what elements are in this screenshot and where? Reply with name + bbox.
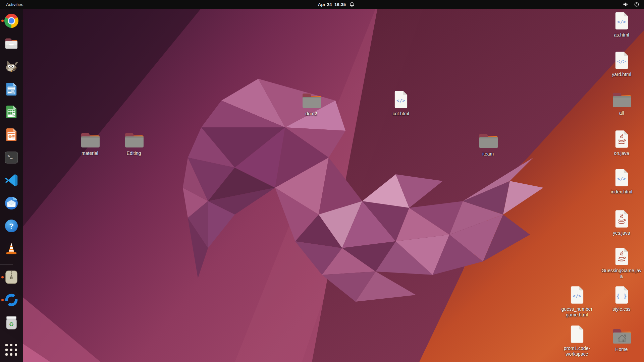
desktop-icon-label: GuessingGame.java [601,268,642,279]
dock-item-writer[interactable] [0,82,23,97]
dock-item-archive[interactable] [0,270,23,285]
html-file-icon: </> [614,169,629,187]
dock-separator [0,264,13,264]
desktop-icon-label: Editing [127,150,141,156]
activities-button[interactable]: Activities [0,0,29,9]
gimp-icon [4,60,19,73]
svg-text:{ }: { } [616,293,627,300]
trash-icon: ♻ [5,316,18,330]
wallpaper [0,0,644,362]
libreoffice-writer-icon [5,82,18,96]
desktop-icon-label: iteam [482,151,494,157]
desktop-icon-label: material [82,150,98,156]
desktop-icon-label: on.java [614,150,629,156]
desktop-icon-label: dom2 [305,111,317,117]
svg-text:</>: </> [617,59,626,64]
dock-item-files[interactable] [0,36,23,51]
folder-icon [612,92,631,108]
desktop: dom2 </> cot.html material Editing [0,0,644,362]
desktop-icon-style-css[interactable]: { } style.css [599,286,644,312]
java-file-icon [614,130,629,148]
svg-text:</>: </> [617,19,626,24]
desktop-icon-label: index.html [611,189,632,195]
folder-icon [479,133,498,149]
libreoffice-impress-icon [5,128,18,142]
svg-text:</>: </> [617,176,626,181]
files-icon [4,37,18,50]
desktop-icon-label: yes.java [613,230,630,236]
desktop-icon-cot-html[interactable]: </> cot.html [379,90,423,117]
folder-icon [124,132,144,148]
help-icon: ? [4,219,18,233]
desktop-icon-label: style.css [612,306,631,312]
volume-icon [623,2,629,7]
svg-text:♻: ♻ [9,321,14,327]
dock-item-calc[interactable] [0,105,23,119]
desktop-icon-as-html[interactable]: </> as.html [599,12,644,38]
svg-text:>_: >_ [8,154,13,159]
svg-text:</>: </> [396,98,405,103]
notification-bell-icon [349,2,354,7]
desktop-icon-guess-number-game-html[interactable]: </> guess_number game.html [555,286,599,317]
vlc-icon [4,242,18,255]
terminal-icon: >_ [4,151,18,164]
desktop-icon-editing[interactable]: Editing [112,130,156,156]
dock-item-updater[interactable] [0,293,23,307]
show-applications-button[interactable] [4,343,19,357]
desktop-icon-label: guess_number game.html [557,306,597,317]
dock-item-thunderbird[interactable] [0,196,23,210]
desktop-icon-label: yard.html [612,72,631,77]
desktop-icon-material[interactable]: material [68,130,112,156]
desktop-icon-index-html[interactable]: </> index.html [599,169,644,195]
power-icon [634,2,639,7]
dock-item-vscode[interactable] [0,173,23,188]
libreoffice-calc-icon [5,105,18,119]
desktop-icon-iteam[interactable]: iteam [466,131,510,157]
archive-manager-icon [5,270,18,284]
html-file-icon: </> [393,90,408,109]
dock-item-chrome[interactable] [0,13,23,28]
desktop-icon-on-java[interactable]: on.java [599,130,644,156]
desktop-icon-yes-java[interactable]: yes.java [599,210,644,236]
thunderbird-icon [4,196,18,210]
desktop-icon-guessinggame-java[interactable]: GuessingGame.java [599,247,644,279]
desktop-icon-home[interactable]: Home [599,326,644,352]
dock-item-trash[interactable]: ♻ [0,315,23,330]
desktop-icon-label: cot.html [392,111,409,117]
folder-icon [80,132,100,148]
desktop-icon-dom2[interactable]: dom2 [289,90,333,117]
folder-icon [302,93,321,109]
system-menu[interactable] [623,0,644,9]
dock-item-impress[interactable] [0,127,23,142]
html-file-icon: </> [570,286,584,304]
clock-button[interactable]: Apr 24 16:35 [315,0,358,9]
desktop-icon-prom1-code-workspace[interactable]: prom1.code-workspace [555,325,599,357]
css-file-icon: { } [614,286,629,304]
file-icon [570,325,584,343]
dock-items: >_ ? ♻ [0,13,23,338]
desktop-icon-all[interactable]: all [599,90,644,116]
html-file-icon: </> [614,51,629,69]
dock: >_ ? ♻ [0,9,23,362]
vscode-icon [4,173,18,187]
dock-item-help[interactable]: ? [0,219,23,233]
desktop-icon-label: Home [615,347,628,352]
desktop-icon-label: all [619,110,624,116]
dock-item-gimp[interactable] [0,59,23,74]
svg-text:</>: </> [573,293,581,299]
html-file-icon: </> [614,12,629,30]
top-bar: Activities Apr 24 16:35 [0,0,644,9]
chrome-icon [4,14,18,28]
desktop-icon-label: prom1.code-workspace [557,346,597,357]
home-folder-icon [612,328,631,344]
dock-item-vlc[interactable] [0,241,23,256]
clock-label: Apr 24 16:35 [318,2,346,7]
software-updater-icon [4,293,18,307]
dock-item-terminal[interactable]: >_ [0,150,23,165]
desktop-icon-yard-html[interactable]: </> yard.html [599,51,644,77]
java-file-icon [614,210,629,228]
desktop-icon-label: as.html [614,32,629,38]
java-file-icon [614,247,629,265]
svg-text:?: ? [9,222,14,230]
